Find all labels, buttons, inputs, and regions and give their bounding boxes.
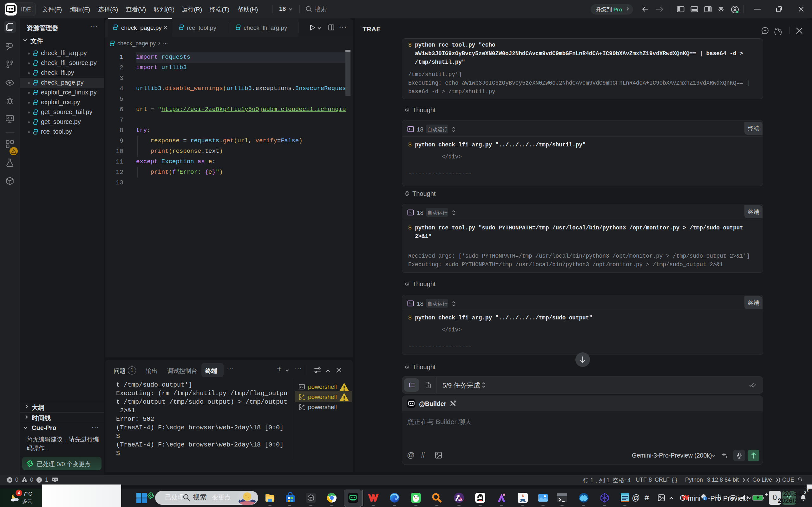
svg-text:JA: JA <box>456 495 460 498</box>
svg-text:DX: DX <box>458 498 462 501</box>
svg-text:i: i <box>704 497 705 500</box>
